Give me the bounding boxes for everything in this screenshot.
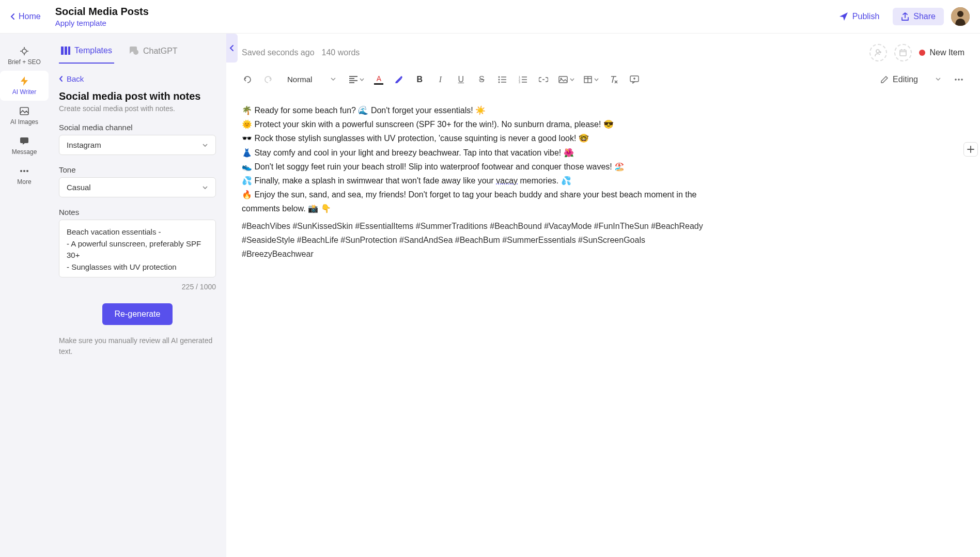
- text-color-icon: A: [377, 74, 381, 83]
- channel-value: Instagram: [67, 141, 101, 149]
- nav-item-ai-images[interactable]: AI Images: [0, 101, 49, 131]
- calendar-icon[interactable]: [894, 44, 912, 61]
- form-title: Social media post with notes: [59, 90, 216, 102]
- content-line: 👟 Don't let soggy feet ruin your beach s…: [242, 160, 717, 174]
- bold-button[interactable]: B: [414, 74, 425, 85]
- underline-icon: U: [458, 75, 464, 84]
- tone-label: Tone: [59, 165, 216, 174]
- sidebar-panel: Templates ChatGPT Back Social media post…: [49, 34, 226, 557]
- svg-point-15: [499, 79, 500, 80]
- undo-button[interactable]: [242, 74, 253, 85]
- regenerate-button[interactable]: Re-generate: [102, 303, 173, 325]
- underline-button[interactable]: U: [455, 74, 466, 85]
- svg-rect-4: [20, 137, 28, 143]
- tab-templates[interactable]: Templates: [59, 42, 114, 64]
- nav-item-brief-seo[interactable]: Brief + SEO: [0, 41, 49, 71]
- svg-point-25: [958, 79, 960, 81]
- svg-point-14: [499, 76, 500, 78]
- bold-icon: B: [417, 75, 423, 84]
- nav-item-more[interactable]: More: [0, 161, 49, 191]
- image-icon: [19, 106, 29, 116]
- svg-rect-10: [68, 47, 70, 55]
- chevron-down-icon: [202, 185, 208, 190]
- chevron-left-icon: [229, 44, 235, 52]
- apply-template-link[interactable]: Apply template: [55, 19, 149, 27]
- title-section: Social Media Posts Apply template: [55, 6, 149, 27]
- format-dropdown[interactable]: Normal: [283, 73, 340, 86]
- table-dropdown[interactable]: [584, 74, 599, 85]
- comment-button[interactable]: [629, 74, 640, 85]
- image-dropdown[interactable]: [558, 74, 574, 85]
- add-block-button[interactable]: [963, 142, 978, 157]
- editing-mode-dropdown[interactable]: Editing: [880, 75, 941, 84]
- back-label: Back: [67, 74, 84, 83]
- svg-point-11: [133, 50, 138, 55]
- char-count: 225 / 1000: [59, 283, 216, 291]
- home-label: Home: [19, 12, 41, 21]
- add-user-icon[interactable]: [869, 44, 887, 61]
- tone-select[interactable]: Casual: [59, 177, 216, 197]
- new-item-status[interactable]: New Item: [919, 48, 965, 57]
- content-line: 🕶️ Rock those stylish sunglasses with UV…: [242, 131, 717, 145]
- publish-label: Publish: [852, 12, 879, 21]
- bullet-list-button[interactable]: [496, 74, 508, 85]
- align-dropdown[interactable]: [349, 74, 364, 85]
- tab-label: Templates: [74, 46, 112, 55]
- svg-point-24: [955, 79, 957, 81]
- back-link[interactable]: Back: [59, 74, 216, 83]
- chat-icon: [129, 47, 139, 56]
- nav-label: Brief + SEO: [8, 58, 41, 66]
- panel-tabs: Templates ChatGPT: [59, 34, 216, 64]
- svg-point-16: [499, 81, 500, 83]
- content-line: 💦 Finally, make a splash in swimwear tha…: [242, 174, 717, 188]
- top-header: Home Social Media Posts Apply template P…: [0, 0, 980, 34]
- channel-select[interactable]: Instagram: [59, 135, 216, 155]
- collapse-sidebar-handle[interactable]: [226, 34, 238, 63]
- table-icon: [584, 76, 592, 83]
- strikethrough-icon: S: [479, 75, 485, 84]
- nav-label: Message: [12, 148, 37, 156]
- chevron-left-icon: [59, 75, 64, 82]
- editing-label: Editing: [893, 75, 918, 84]
- svg-point-6: [23, 170, 25, 172]
- plus-icon: [967, 146, 974, 153]
- nav-rail: Brief + SEO AI Writer AI Images Message …: [0, 34, 49, 557]
- svg-point-7: [26, 170, 28, 172]
- home-link[interactable]: Home: [10, 12, 41, 21]
- notes-group: Notes 225 / 1000: [59, 208, 216, 291]
- notes-textarea[interactable]: [59, 220, 216, 277]
- highlight-button[interactable]: [393, 74, 405, 85]
- hashtags: #BeachVibes #SunKissedSkin #EssentialIte…: [242, 219, 717, 261]
- text-color-button[interactable]: A: [374, 74, 384, 85]
- nav-item-ai-writer[interactable]: AI Writer: [0, 71, 49, 101]
- red-dot-icon: [919, 50, 925, 56]
- chevron-down-icon: [570, 78, 574, 81]
- numbered-list-button[interactable]: 123: [517, 74, 528, 85]
- link-button[interactable]: [538, 74, 549, 85]
- new-item-label: New Item: [929, 48, 965, 57]
- user-avatar[interactable]: [951, 7, 970, 26]
- more-button[interactable]: [953, 74, 965, 85]
- italic-button[interactable]: I: [434, 74, 446, 85]
- review-note: Make sure you manually review all AI gen…: [59, 335, 216, 367]
- content-line: 🌴 Ready for some beach fun? 🌊 Don't forg…: [242, 103, 717, 117]
- avatar-image: [951, 7, 970, 26]
- publish-button[interactable]: Publish: [833, 8, 885, 25]
- italic-icon: I: [439, 75, 442, 84]
- share-button[interactable]: Share: [893, 8, 944, 25]
- chevron-down-icon: [936, 78, 941, 81]
- editor-content[interactable]: 🌴 Ready for some beach fun? 🌊 Don't forg…: [242, 94, 717, 270]
- svg-point-2: [22, 49, 26, 53]
- nav-label: More: [17, 178, 31, 185]
- redo-button[interactable]: [262, 74, 274, 85]
- strikethrough-button[interactable]: S: [476, 74, 487, 85]
- nav-item-message[interactable]: Message: [0, 131, 49, 161]
- channel-label: Social media channel: [59, 123, 216, 132]
- nav-label: AI Writer: [12, 88, 36, 96]
- svg-point-5: [20, 170, 22, 172]
- svg-rect-3: [20, 107, 28, 115]
- clear-format-button[interactable]: [608, 74, 619, 85]
- content-line: 👗 Stay comfy and cool in your light and …: [242, 146, 717, 160]
- tab-chatgpt[interactable]: ChatGPT: [127, 42, 180, 64]
- nav-label: AI Images: [10, 118, 38, 126]
